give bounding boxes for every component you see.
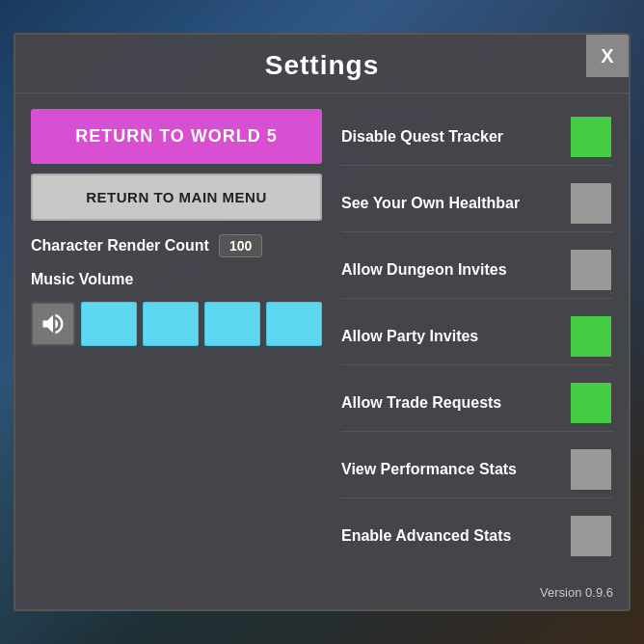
- toggle-row: Allow Trade Requests: [341, 375, 613, 432]
- toggle-row: Enable Advanced Stats: [341, 508, 613, 564]
- settings-header: Settings X: [15, 35, 629, 94]
- return-world-button[interactable]: RETURN TO WORLD 5: [31, 109, 322, 164]
- toggle-label: View Performance Stats: [341, 461, 517, 478]
- modal-overlay: Settings X RETURN TO WORLD 5 RETURN TO M…: [0, 0, 644, 644]
- toggle-box-1[interactable]: [569, 181, 613, 226]
- left-panel: RETURN TO WORLD 5 RETURN TO MAIN MENU Ch…: [31, 109, 322, 564]
- right-panel: Disable Quest TrackerSee Your Own Health…: [341, 109, 613, 564]
- volume-icon-button[interactable]: [31, 302, 75, 346]
- close-button[interactable]: X: [586, 35, 629, 77]
- return-main-menu-button[interactable]: RETURN TO MAIN MENU: [31, 174, 322, 221]
- toggle-row: View Performance Stats: [341, 442, 613, 498]
- settings-panel: Settings X RETURN TO WORLD 5 RETURN TO M…: [13, 33, 631, 611]
- toggle-box-5[interactable]: [569, 447, 613, 492]
- toggle-row: Disable Quest Tracker: [341, 109, 613, 166]
- toggle-label: See Your Own Healthbar: [341, 195, 520, 212]
- toggle-label: Allow Party Invites: [341, 328, 478, 345]
- toggle-box-3[interactable]: [569, 314, 613, 359]
- toggle-row: See Your Own Healthbar: [341, 175, 613, 232]
- toggle-row: Allow Dungeon Invites: [341, 242, 613, 299]
- toggle-box-6[interactable]: [569, 514, 613, 558]
- toggle-box-4[interactable]: [569, 381, 613, 425]
- speaker-icon: [40, 310, 67, 337]
- version-text: Version 0.9.6: [15, 579, 629, 609]
- toggle-box-2[interactable]: [569, 248, 613, 292]
- settings-title: Settings: [265, 50, 379, 80]
- toggle-box-0[interactable]: [569, 115, 613, 159]
- render-count-row: Character Render Count 100: [31, 234, 322, 257]
- toggle-label: Disable Quest Tracker: [341, 128, 503, 146]
- volume-row: [31, 302, 322, 346]
- volume-bar-1[interactable]: [81, 302, 137, 346]
- volume-bar-4[interactable]: [266, 302, 322, 346]
- volume-bar-3[interactable]: [204, 302, 260, 346]
- volume-bar-2[interactable]: [143, 302, 199, 346]
- toggle-label: Enable Advanced Stats: [341, 527, 511, 545]
- render-count-value: 100: [219, 234, 262, 257]
- render-count-label: Character Render Count: [31, 237, 209, 255]
- settings-body: RETURN TO WORLD 5 RETURN TO MAIN MENU Ch…: [15, 94, 629, 579]
- music-volume-label: Music Volume: [31, 271, 322, 288]
- toggle-row: Allow Party Invites: [341, 309, 613, 365]
- toggle-label: Allow Dungeon Invites: [341, 261, 507, 279]
- toggle-label: Allow Trade Requests: [341, 394, 501, 412]
